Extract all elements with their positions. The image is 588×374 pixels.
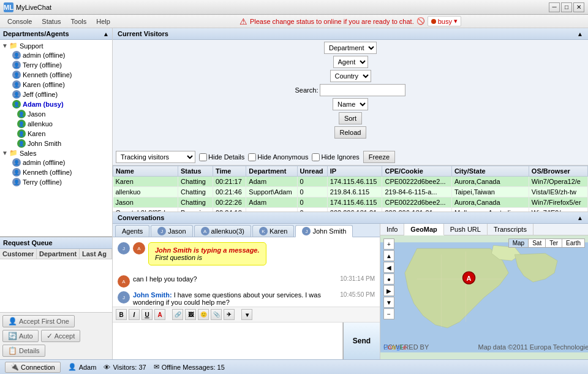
agent-jeff-support[interactable]: 👤 Jeff (offline) xyxy=(0,90,112,99)
tab-agents[interactable]: Agents xyxy=(115,225,149,237)
zoom-in-button[interactable]: + xyxy=(383,239,394,250)
emoji-button[interactable]: 🙂 xyxy=(198,309,209,320)
map-type-sat[interactable]: Sat xyxy=(529,239,546,247)
pan-up-button[interactable]: ▲ xyxy=(383,250,394,261)
agent-terry-sales[interactable]: 👤 Terry (offline) xyxy=(0,177,112,187)
agent-name: allenkuo xyxy=(28,120,53,128)
menu-tools[interactable]: Tools xyxy=(66,17,92,26)
visitors-data-table: Name Status Time Department Unread IP CP… xyxy=(113,166,588,212)
agent-allenkuo-support[interactable]: 👤 allenkuo xyxy=(0,119,112,129)
agent-karen2-support[interactable]: 👤 Karen xyxy=(0,129,112,139)
support-dept[interactable]: ▼ 📁 Support xyxy=(0,41,112,50)
accept-first-icon: 👤 xyxy=(8,317,17,326)
chat-area: Agents J Jason A allenkuo(3) K Karen xyxy=(113,224,380,359)
agent-adam-support[interactable]: 👤 Adam (busy) xyxy=(0,99,112,109)
agent-kenneth-sales[interactable]: 👤 Kenneth (offline) xyxy=(0,167,112,177)
minimize-button[interactable]: ─ xyxy=(549,2,560,12)
pan-down-button[interactable]: ▼ xyxy=(383,297,394,308)
connection-button[interactable]: 🔌 Connection xyxy=(5,362,61,373)
tab-johnsmith-avatar: J xyxy=(302,227,311,235)
details-icon: 📋 xyxy=(8,346,17,355)
tab-info[interactable]: Info xyxy=(380,224,404,235)
italic-button[interactable]: I xyxy=(129,309,140,320)
table-cell: Taipei,Taiwan xyxy=(451,187,529,197)
accept-button[interactable]: ✓ Accept xyxy=(41,330,81,342)
send2-button[interactable]: ✈ xyxy=(224,309,235,320)
table-row[interactable]: allenkuoChatting00:21:46Support\Adam0219… xyxy=(113,187,588,197)
agent-select[interactable]: Agent xyxy=(333,56,368,68)
sales-dept[interactable]: ▼ 📁 Sales xyxy=(0,148,112,158)
left-panel: Departments/Agents ▲ ▼ 📁 Support 👤 admin… xyxy=(0,28,113,359)
tab-allenkuo[interactable]: A allenkuo(3) xyxy=(194,225,251,237)
visitors-collapse-icon[interactable]: ▲ xyxy=(577,31,583,37)
pan-left-button[interactable]: ◀ xyxy=(383,262,394,273)
table-row[interactable]: KarenChatting00:21:17Adam0174.115.46.115… xyxy=(113,177,588,187)
agent-jason-support[interactable]: 👤 Jason xyxy=(0,109,112,119)
hide-details-checkbox[interactable]: Hide Details xyxy=(199,153,244,161)
pan-home-button[interactable]: ● xyxy=(383,273,394,284)
tab-transcripts[interactable]: Transcripts xyxy=(488,224,533,235)
menu-status[interactable]: Status xyxy=(37,17,66,26)
reload-button[interactable]: Reload xyxy=(334,126,367,139)
map-type-ter[interactable]: Ter xyxy=(546,239,562,247)
menu-console[interactable]: Console xyxy=(2,17,37,26)
table-cell: 0 xyxy=(297,187,327,197)
visitor-avatar-2: J xyxy=(118,291,130,303)
busy-badge[interactable]: busy ▾ xyxy=(428,16,461,26)
map-type-map[interactable]: Map xyxy=(509,239,529,247)
request-queue: Request Queue Customer Department Last A… xyxy=(0,237,112,359)
close-button[interactable]: ✕ xyxy=(573,2,584,12)
image-button[interactable]: 🖼 xyxy=(185,309,196,320)
send-button[interactable]: Send xyxy=(343,322,380,359)
more-button[interactable]: ▾ xyxy=(241,309,252,320)
sort-button[interactable]: Sort xyxy=(339,112,362,124)
hide-ignores-checkbox[interactable]: Hide Ignores xyxy=(312,153,359,161)
details-button[interactable]: 📋 Details xyxy=(2,345,45,357)
busy-label: busy xyxy=(438,18,452,25)
tab-pushurl[interactable]: Push URL xyxy=(444,224,488,235)
maximize-button[interactable]: □ xyxy=(561,2,572,12)
zoom-out-button[interactable]: − xyxy=(383,308,394,319)
agent-karen-support[interactable]: 👤 Karen (offline) xyxy=(0,80,112,90)
pan-right-button[interactable]: ▶ xyxy=(383,285,394,296)
collapse-icon[interactable]: ▲ xyxy=(103,31,109,37)
chat-input[interactable] xyxy=(113,322,343,359)
tracking-select[interactable]: Tracking visitors xyxy=(116,151,195,163)
svg-text:Map data ©2011 Europa Technolo: Map data ©2011 Europa Technologies xyxy=(478,343,588,351)
bold-button[interactable]: B xyxy=(116,309,127,320)
request-queue-header: Request Queue xyxy=(0,237,112,249)
agent-name: Karen (offline) xyxy=(23,81,65,88)
auto-button[interactable]: 🔄 Auto xyxy=(2,330,39,342)
menu-help[interactable]: Help xyxy=(91,17,115,26)
hide-anonymous-check[interactable] xyxy=(248,153,256,161)
department-select[interactable]: Department xyxy=(324,42,377,54)
tab-geomap[interactable]: GeoMap xyxy=(404,224,443,235)
table-row[interactable]: JasonChatting00:22:26Adam0174.115.46.115… xyxy=(113,197,588,208)
agent-kenneth-support[interactable]: 👤 Kenneth (offline) xyxy=(0,70,112,80)
conversations-collapse-icon[interactable]: ▲ xyxy=(577,215,583,221)
tab-jason[interactable]: J Jason xyxy=(151,225,192,237)
accept-first-button[interactable]: 👤 Accept First One xyxy=(2,315,75,327)
hide-anonymous-checkbox[interactable]: Hide Anonymous xyxy=(248,153,308,161)
hide-ignores-check[interactable] xyxy=(312,153,320,161)
agent-name: Karen xyxy=(28,130,45,137)
attach-button[interactable]: 📎 xyxy=(211,309,222,320)
accept-icon: ✓ xyxy=(47,332,53,340)
link-button[interactable]: 🔗 xyxy=(172,309,183,320)
table-row[interactable]: Guest_b9b8f85dBrowsing00:24:180203.206.1… xyxy=(113,208,588,212)
agent-terry-support[interactable]: 👤 Terry (offline) xyxy=(0,60,112,70)
tab-karen[interactable]: K Karen xyxy=(252,225,294,237)
agent-admin-sales[interactable]: 👤 admin (offline) xyxy=(0,158,112,167)
agent-admin-support[interactable]: 👤 admin (offline) xyxy=(0,50,112,60)
name-select[interactable]: Name xyxy=(333,98,368,110)
hide-details-check[interactable] xyxy=(199,153,207,161)
agent-name: Adam (busy) xyxy=(23,101,64,108)
freeze-button[interactable]: Freeze xyxy=(363,151,395,163)
underline-button[interactable]: U xyxy=(141,309,153,320)
country-select[interactable]: Country xyxy=(330,70,371,82)
font-color-button[interactable]: A xyxy=(154,309,165,320)
map-type-earth[interactable]: Earth xyxy=(562,239,584,247)
agent-johnsmith-support[interactable]: 👤 John Smith xyxy=(0,139,112,148)
search-input[interactable] xyxy=(320,84,405,96)
tab-johnsmith[interactable]: J John Smith xyxy=(295,225,353,237)
